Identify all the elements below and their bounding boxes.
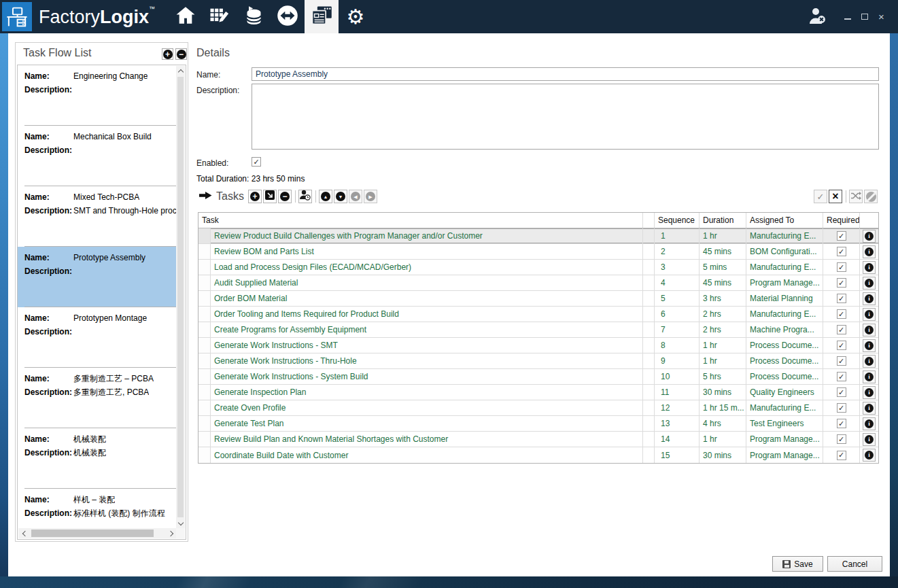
required-checkbox[interactable]: ✓ xyxy=(837,403,846,413)
row-selector-gutter[interactable] xyxy=(198,385,211,400)
info-button[interactable]: i xyxy=(863,370,876,383)
row-selector-gutter[interactable] xyxy=(198,447,211,463)
assign-user-button[interactable] xyxy=(298,190,312,203)
col-required[interactable]: Required xyxy=(823,213,860,228)
shuffle-button[interactable] xyxy=(849,190,863,203)
task-flow-item[interactable]: Name: Mechanical Box Build Description: xyxy=(18,126,176,186)
row-selector-gutter[interactable] xyxy=(198,260,211,275)
task-row[interactable]: Order BOM Material 5 3 hrs Material Plan… xyxy=(198,291,878,307)
enabled-checkbox[interactable]: ✓ xyxy=(252,157,261,167)
vertical-scrollbar[interactable] xyxy=(176,66,185,528)
maximize-button[interactable] xyxy=(856,10,873,24)
scroll-right-arrow[interactable] xyxy=(166,528,177,538)
task-row[interactable]: Review Build Plan and Known Material Sho… xyxy=(198,432,878,447)
nav-home[interactable] xyxy=(169,0,203,33)
task-flow-item[interactable]: Name: Mixed Tech-PCBA Description: SMT a… xyxy=(18,186,176,247)
task-row[interactable]: Generate Work Instructions - Thru-Hole 9… xyxy=(198,353,878,369)
info-button[interactable]: i xyxy=(863,417,876,430)
close-button[interactable]: × xyxy=(873,10,890,24)
scroll-left-arrow[interactable] xyxy=(18,528,29,538)
info-button[interactable]: i xyxy=(863,277,876,290)
task-row[interactable]: Order Tooling and Items Required for Pro… xyxy=(198,307,878,322)
nav-planning[interactable] xyxy=(203,0,237,33)
task-row[interactable]: Audit Supplied Material 4 45 mins Progra… xyxy=(198,275,878,291)
info-button[interactable]: i xyxy=(863,324,876,336)
col-assigned-to[interactable]: Assigned To xyxy=(746,213,823,228)
task-flow-item[interactable]: Name: Prototypen Montage Description: xyxy=(18,307,176,368)
save-button[interactable]: Save xyxy=(772,556,823,572)
required-checkbox[interactable]: ✓ xyxy=(837,294,846,303)
horizontal-scroll-thumb[interactable] xyxy=(31,530,154,537)
info-button[interactable]: i xyxy=(863,308,876,321)
required-checkbox[interactable]: ✓ xyxy=(837,387,846,397)
row-selector-gutter[interactable] xyxy=(198,307,211,322)
task-row[interactable]: Create Oven Profile 12 1 hr 15 m... Manu… xyxy=(198,400,878,416)
col-task[interactable]: Task xyxy=(198,213,643,228)
edit-task-button[interactable] xyxy=(263,190,277,203)
row-selector-gutter[interactable] xyxy=(198,322,211,337)
task-row[interactable]: Generate Work Instructions - System Buil… xyxy=(198,369,878,385)
check-all-button[interactable]: ✓ xyxy=(814,190,827,203)
info-button[interactable]: i xyxy=(863,261,876,274)
required-checkbox[interactable]: ✓ xyxy=(837,341,846,350)
row-selector-gutter[interactable] xyxy=(198,400,211,415)
nav-settings[interactable]: ⚙ xyxy=(339,0,373,33)
add-task-flow-button[interactable]: + xyxy=(162,48,173,60)
required-checkbox[interactable]: ✓ xyxy=(837,278,846,288)
row-selector-gutter[interactable] xyxy=(198,228,211,243)
uncheck-all-button[interactable]: × xyxy=(829,190,842,203)
task-flow-item[interactable]: Name: 样机 – 装配 Description: 标准样机 (装配) 制作流… xyxy=(18,489,176,528)
task-row[interactable]: Generate Test Plan 13 4 hrs Test Enginee… xyxy=(198,416,878,432)
task-row[interactable]: Generate Inspection Plan 11 30 mins Qual… xyxy=(198,385,878,400)
remove-task-flow-button[interactable]: − xyxy=(175,48,187,60)
info-button[interactable]: i xyxy=(863,339,876,352)
logout-user-button[interactable] xyxy=(802,6,832,28)
cancel-button[interactable]: Cancel xyxy=(827,556,882,572)
info-button[interactable]: i xyxy=(863,449,876,462)
info-button[interactable]: i xyxy=(863,245,876,258)
task-row[interactable]: Generate Work Instructions - SMT 8 1 hr … xyxy=(198,338,878,353)
row-selector-gutter[interactable] xyxy=(198,244,211,259)
row-selector-gutter[interactable] xyxy=(198,291,211,306)
row-selector-gutter[interactable] xyxy=(198,369,211,384)
task-row[interactable]: Review Product Build Challenges with Pro… xyxy=(198,228,878,244)
nav-materials[interactable] xyxy=(237,0,271,33)
horizontal-scrollbar[interactable] xyxy=(18,528,177,538)
row-selector-gutter[interactable] xyxy=(198,353,211,368)
nav-documents[interactable] xyxy=(305,0,339,33)
task-row[interactable]: Coordinate Build Date with Customer 15 3… xyxy=(198,447,878,463)
row-selector-gutter[interactable] xyxy=(198,338,211,353)
move-task-up-button[interactable]: ▲ xyxy=(319,190,332,203)
required-checkbox[interactable]: ✓ xyxy=(837,434,846,444)
row-selector-gutter[interactable] xyxy=(198,432,211,447)
task-row[interactable]: Review BOM and Parts List 2 45 mins BOM … xyxy=(198,244,878,260)
col-sequence[interactable]: Sequence xyxy=(655,213,700,228)
required-checkbox[interactable]: ✓ xyxy=(837,419,846,428)
info-button[interactable]: i xyxy=(863,292,876,305)
required-checkbox[interactable]: ✓ xyxy=(837,451,846,460)
minimize-button[interactable] xyxy=(839,10,856,24)
move-task-right-button[interactable]: ▶ xyxy=(364,190,377,203)
required-checkbox[interactable]: ✓ xyxy=(837,372,846,381)
required-checkbox[interactable]: ✓ xyxy=(837,262,846,272)
remove-task-button[interactable]: − xyxy=(278,190,292,203)
required-checkbox[interactable]: ✓ xyxy=(837,325,846,334)
move-task-left-button[interactable]: ◀ xyxy=(349,190,362,203)
task-row[interactable]: Create Programs for Assembly Equipment 7… xyxy=(198,322,878,338)
required-checkbox[interactable]: ✓ xyxy=(837,356,846,366)
disable-button[interactable] xyxy=(864,190,878,203)
required-checkbox[interactable]: ✓ xyxy=(837,247,846,256)
required-checkbox[interactable]: ✓ xyxy=(837,231,846,241)
row-selector-gutter[interactable] xyxy=(198,416,211,431)
col-duration[interactable]: Duration xyxy=(700,213,746,228)
nav-sync[interactable] xyxy=(271,0,305,33)
info-button[interactable]: i xyxy=(863,386,876,399)
task-flow-item[interactable]: Name: 机械装配 Description: 机械装配 xyxy=(18,428,176,489)
name-input[interactable] xyxy=(252,67,879,81)
info-button[interactable]: i xyxy=(863,230,876,243)
vertical-scroll-thumb[interactable] xyxy=(177,77,184,517)
row-selector-gutter[interactable] xyxy=(198,275,211,290)
task-flow-item[interactable]: Name: Engineering Change Description: xyxy=(18,65,176,126)
move-task-down-button[interactable]: ▼ xyxy=(334,190,347,203)
info-button[interactable]: i xyxy=(863,355,876,368)
